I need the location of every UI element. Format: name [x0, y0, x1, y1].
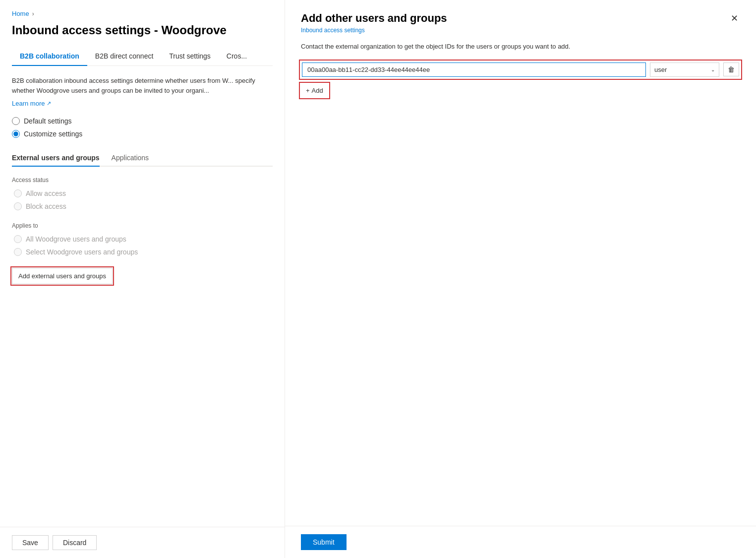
add-row-button[interactable]: + Add — [301, 84, 328, 97]
add-label: Add — [312, 87, 323, 94]
sub-tab-applications[interactable]: Applications — [112, 150, 149, 167]
type-select[interactable]: user group — [650, 63, 719, 76]
external-link-icon: ↗ — [47, 100, 51, 107]
access-status-options: Allow access Block access — [14, 189, 273, 210]
block-access-label: Block access — [26, 202, 66, 210]
description-text: B2B collaboration inbound access setting… — [12, 76, 273, 95]
allow-access-label: Allow access — [26, 189, 66, 197]
applies-to-label: Applies to — [12, 222, 273, 229]
type-select-wrapper: user group ⌄ — [650, 62, 719, 77]
bottom-bar: Save Discard — [0, 527, 285, 558]
panel-subtitle: Inbound access settings — [301, 27, 740, 34]
add-external-users-button[interactable]: Add external users and groups — [12, 268, 113, 284]
left-panel: Home › Inbound access settings - Woodgro… — [0, 0, 285, 558]
delete-row-button[interactable]: 🗑 — [723, 62, 739, 76]
all-users-option[interactable]: All Woodgrove users and groups — [14, 235, 273, 243]
home-link[interactable]: Home — [12, 10, 29, 17]
select-users-radio[interactable] — [14, 248, 22, 256]
right-panel: Add other users and groups ✕ Inbound acc… — [285, 0, 756, 558]
tab-b2b-collaboration[interactable]: B2B collaboration — [12, 47, 87, 66]
block-access-radio[interactable] — [14, 202, 22, 210]
input-row: user group ⌄ 🗑 — [301, 62, 740, 78]
block-access-option[interactable]: Block access — [14, 202, 273, 210]
panel-bottom: Submit — [285, 526, 756, 558]
tab-cross[interactable]: Cros... — [219, 47, 255, 66]
default-settings-option[interactable]: Default settings — [12, 117, 273, 125]
customize-settings-radio[interactable] — [12, 130, 20, 138]
close-button[interactable]: ✕ — [729, 12, 740, 25]
panel-header: Add other users and groups ✕ — [301, 12, 740, 25]
allow-access-radio[interactable] — [14, 189, 22, 197]
sub-tab-external-users[interactable]: External users and groups — [12, 150, 100, 167]
panel-description: Contact the external organization to get… — [301, 42, 740, 52]
plus-icon: + — [306, 87, 310, 94]
save-button[interactable]: Save — [12, 535, 49, 550]
access-status-label: Access status — [12, 177, 273, 184]
breadcrumb-separator: › — [32, 10, 34, 17]
tab-b2b-direct-connect[interactable]: B2B direct connect — [87, 47, 162, 66]
settings-options: Default settings Customize settings — [12, 117, 273, 138]
learn-more-link[interactable]: Learn more ↗ — [12, 100, 51, 107]
customize-settings-label: Customize settings — [24, 130, 82, 138]
trash-icon: 🗑 — [728, 65, 735, 73]
breadcrumb: Home › — [12, 10, 273, 17]
panel-title: Add other users and groups — [301, 12, 447, 25]
default-settings-radio[interactable] — [12, 117, 20, 125]
sub-tabs: External users and groups Applications — [12, 150, 273, 167]
main-tabs: B2B collaboration B2B direct connect Tru… — [12, 47, 273, 66]
object-id-input[interactable] — [302, 62, 646, 77]
tab-trust-settings[interactable]: Trust settings — [161, 47, 219, 66]
customize-settings-option[interactable]: Customize settings — [12, 130, 273, 138]
allow-access-option[interactable]: Allow access — [14, 189, 273, 197]
select-users-option[interactable]: Select Woodgrove users and groups — [14, 248, 273, 256]
applies-to-options: All Woodgrove users and groups Select Wo… — [14, 235, 273, 256]
page-title: Inbound access settings - Woodgrove — [12, 23, 273, 37]
submit-button[interactable]: Submit — [301, 534, 347, 550]
all-users-label: All Woodgrove users and groups — [26, 235, 126, 243]
discard-button[interactable]: Discard — [53, 535, 97, 550]
default-settings-label: Default settings — [24, 117, 72, 125]
all-users-radio[interactable] — [14, 235, 22, 243]
select-users-label: Select Woodgrove users and groups — [26, 248, 138, 256]
